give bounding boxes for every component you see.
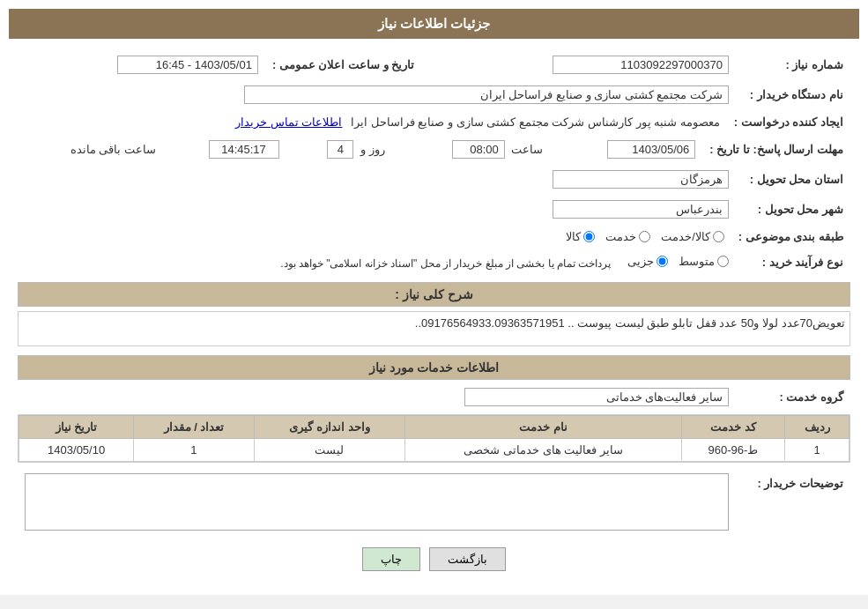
nooe-farayand-label: نوع فرآیند خرید : [736, 251, 850, 273]
print-button[interactable]: چاپ [362, 547, 420, 571]
khadamat-section-title: اطلاعات خدمات مورد نیاز [18, 355, 850, 380]
tabaqe-option-kala[interactable]: کالا [566, 230, 595, 243]
tosif-textarea[interactable] [25, 473, 729, 531]
roz-label-static: روز و [360, 143, 385, 156]
nooe-farayand-radio-group: متوسط جزیی [627, 255, 729, 268]
goroh-khadamat-label: گروه خدمت : [736, 384, 850, 410]
farayand-option-motaveset[interactable]: متوسط [679, 255, 729, 268]
cell-radif: 1 [785, 439, 849, 462]
mohlat-mande: ساعت باقی مانده [18, 137, 163, 162]
mohlat-saat-value: 08:00 [452, 140, 505, 159]
mohlat-time-value: 14:45:17 [209, 140, 279, 159]
tosif-label: توضیحات خریدار : [736, 470, 850, 537]
naam-dastgah-label: نام دستگاه خریدار : [736, 82, 850, 108]
ijad-konande-link[interactable]: اطلاعات تماس خریدار [235, 115, 342, 129]
mohlat-roz-value: 4 [327, 140, 353, 159]
page-title: جزئیات اطلاعات نیاز [9, 9, 859, 39]
shomare-niaz-value: 1103092297000370 [553, 56, 729, 74]
col-tedaad: تعداد / مقدار [134, 416, 254, 439]
cell-tedaad: 1 [134, 439, 254, 462]
saat-label-static: ساعت [511, 143, 543, 156]
sharh-section-title: شرح کلی نیاز : [18, 282, 850, 307]
tabaqe-radio-group: کالا/خدمت خدمت کالا [25, 230, 724, 243]
col-radif: ردیف [785, 416, 849, 439]
table-row: 1ط-96-960سایر فعالیت های خدماتی شخصیلیست… [19, 439, 849, 462]
col-vahed: واحد اندازه گیری [254, 416, 405, 439]
button-row: بازگشت چاپ [18, 547, 850, 571]
tabaqe-option-khedmat[interactable]: خدمت [605, 230, 650, 243]
sharh-value: تعویض70عدد لولا و50 عدد قفل تابلو طبق لی… [415, 316, 845, 330]
cell-naam: سایر فعالیت های خدماتی شخصی [405, 439, 681, 462]
tarikh-elan-label: تاریخ و ساعت اعلان عمومی : [265, 52, 432, 78]
col-tarikh: تاریخ نیاز [19, 416, 134, 439]
ijad-konande-value: معصومه شنبه پور کارشناس شرکت مجتمع کشتی … [351, 115, 720, 129]
tabaqe-label: طبقه بندی موضوعی : [731, 227, 850, 247]
naam-dastgah-value: شرکت مجتمع کشتی سازی و صنایع فراساحل ایر… [244, 85, 729, 104]
mohlat-label: مهلت ارسال پاسخ: تا تاریخ : [702, 137, 850, 162]
shahr-label: شهر محل تحویل : [736, 197, 850, 222]
services-table-wrapper: ردیف کد خدمت نام خدمت واحد اندازه گیری ت… [18, 414, 850, 463]
farayand-note: پرداخت تمام یا بخشی از مبلغ خریدار از مح… [280, 257, 611, 270]
ostan-value: هرمزگان [553, 170, 729, 189]
farayand-option-jozi[interactable]: جزیی [627, 255, 668, 268]
shomare-niaz-label: شماره نیاز : [736, 52, 850, 78]
col-kod: کد خدمت [681, 416, 784, 439]
col-naam: نام خدمت [405, 416, 681, 439]
tarikh-elan-value: 1403/05/01 - 16:45 [117, 56, 258, 74]
back-button[interactable]: بازگشت [429, 547, 506, 571]
goroh-khadamat-value: سایر فعالیت‌های خدماتی [464, 388, 729, 406]
shahr-value: بندرعباس [553, 200, 729, 219]
ostan-label: استان محل تحویل : [736, 167, 850, 192]
tabaqe-option-kala-khedmat[interactable]: کالا/خدمت [661, 230, 724, 243]
services-table: ردیف کد خدمت نام خدمت واحد اندازه گیری ت… [19, 415, 849, 462]
cell-vahed: لیست [254, 439, 405, 462]
cell-kod: ط-96-960 [681, 439, 784, 462]
cell-tarikh: 1403/05/10 [19, 439, 134, 462]
mohlat-date-value: 1403/05/06 [607, 140, 695, 159]
ijad-konande-label: ایجاد کننده درخواست : [727, 112, 850, 132]
